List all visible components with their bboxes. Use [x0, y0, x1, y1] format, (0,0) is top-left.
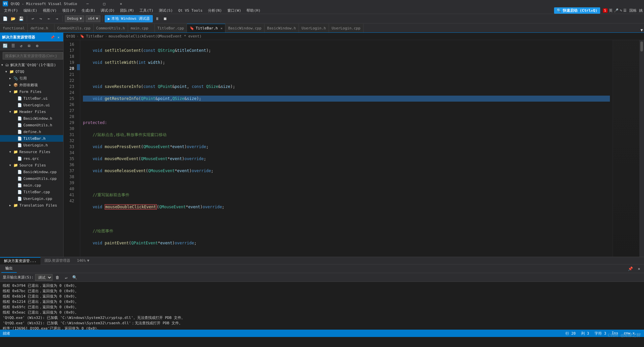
props-btn[interactable]: ⚙	[33, 42, 41, 49]
menu-tools[interactable]: 工具(T)	[137, 7, 156, 14]
redo-btn[interactable]: ↪	[37, 15, 44, 22]
minimap[interactable]	[613, 40, 639, 257]
tab-titlebar-h[interactable]: 🔖 TitleBar.h ✕	[187, 24, 225, 32]
tab-basicwindow-h[interactable]: BasicWindow.h	[264, 24, 299, 32]
tree-form-files[interactable]: ▼ 📁 Form Files	[0, 88, 63, 95]
menu-build[interactable]: 生成(B)	[79, 7, 98, 14]
expand-arrow: ▶	[9, 204, 13, 207]
refresh-btn[interactable]: ↺	[17, 42, 25, 49]
zoom-value: 146%	[77, 258, 86, 263]
menu-help[interactable]: 帮助(H)	[244, 7, 263, 14]
tab-userlogin-h[interactable]: UserLogin.h	[299, 24, 329, 32]
close-icon[interactable]: ✕	[220, 26, 222, 30]
tab-solution-explorer[interactable]: 解决方案资源管...	[0, 257, 40, 264]
tree-define-h[interactable]: ▶ 📄 define.h	[0, 128, 63, 135]
zoom-control[interactable]: 146% ▼	[77, 258, 89, 263]
tree-userlogin-ui[interactable]: ▶ 📄 UserLogin.ui	[0, 102, 63, 108]
collapse-btn[interactable]: ⊟	[25, 42, 33, 49]
tree-res-qrc[interactable]: ▶ 📄 res.qrc	[0, 155, 63, 162]
tree-main-cpp[interactable]: ▶ 📄 main.cpp	[0, 182, 63, 189]
config-dropdown[interactable]: Debug ▼	[65, 15, 84, 22]
search-bar[interactable]: 🔍 快速启动 (Ctrl+Q)	[554, 7, 600, 14]
menu-test[interactable]: 测试(S)	[156, 7, 176, 14]
tab-basicwindow-cpp[interactable]: BasicWindow.cpp	[225, 24, 264, 32]
breadcrumb-file: TitleBar	[86, 34, 104, 38]
tree-userlogin-cpp[interactable]: ▶ 📄 UserLogin.cpp	[0, 195, 63, 202]
undo-btn[interactable]: ↩	[29, 15, 36, 22]
tree-titlebar-h[interactable]: ▶ 📄 TitleBar.h	[0, 135, 63, 142]
window-controls[interactable]: ─ □ ✕	[80, 0, 129, 7]
tree-label: Source Files	[19, 163, 46, 167]
output-content[interactable]: 线程 0x3f94 已退出，返回值为 0 (0x0)。 线程 0x67bc 已退…	[0, 282, 644, 330]
menu-edit[interactable]: 编辑(E)	[21, 7, 40, 14]
clear-btn[interactable]: 🗑	[54, 274, 61, 281]
stop-btn[interactable]: ⏹	[162, 15, 169, 22]
tab-define-h[interactable]: define.h	[28, 24, 55, 32]
output-source-select[interactable]: 调试	[35, 274, 52, 281]
sync-btn[interactable]: 🔄	[1, 42, 9, 49]
tree-commonutils-cpp[interactable]: ▶ 📄 CommonUtils.cpp	[0, 175, 63, 182]
solution-search-input[interactable]	[3, 52, 63, 60]
pin-btn[interactable]: 📌	[627, 265, 634, 272]
tree-source-files[interactable]: ▼ 📁 Source Files	[0, 162, 63, 168]
tree-userlogin-h[interactable]: ▶ 📄 UserLogin.h	[0, 142, 63, 148]
panel-controls[interactable]: 📌 ✕	[627, 265, 643, 272]
tab-userlogin-cpp[interactable]: UserLogin.cpp	[329, 24, 363, 32]
quick-launch-label: 快速启动 (Ctrl+Q)	[563, 8, 598, 13]
tree-references[interactable]: ▶ 📎 引用	[0, 75, 63, 82]
find-btn[interactable]: 🔍	[71, 274, 79, 281]
tree-commonutils-h[interactable]: ▶ 📄 CommonUtils.h	[0, 122, 63, 128]
forward-btn[interactable]: →	[53, 15, 61, 22]
wrap-btn[interactable]: ↵	[63, 274, 70, 281]
tab-functional[interactable]: functional	[0, 24, 28, 32]
tree-header-files[interactable]: ▼ 📁 Header Files	[0, 108, 63, 115]
menu-debug[interactable]: 调试(D)	[98, 7, 117, 14]
panel-close-btn[interactable]: ✕	[56, 34, 61, 40]
menu-project[interactable]: 项目(P)	[60, 7, 79, 14]
filter-btn[interactable]: ☰	[9, 42, 17, 49]
output-tab-output[interactable]: 输出	[1, 265, 17, 273]
tree-solution[interactable]: ▼ 🗂 解决方案'QtQQ'(1个项目)	[0, 62, 63, 68]
editor-scrollbar[interactable]	[639, 40, 644, 257]
menu-team[interactable]: 团队(M)	[117, 7, 137, 14]
tree-titlebar-ui[interactable]: ▶ 📄 TitleBar.ui	[0, 95, 63, 102]
file-icon: 📄	[17, 123, 22, 127]
tab-team-explorer[interactable]: 团队资源管理器	[40, 257, 74, 264]
zoom-dropdown-icon: ▼	[87, 258, 89, 263]
tree-basicwindow-cpp[interactable]: ▶ 📄 BasicWindow.cpp	[0, 168, 63, 175]
restore-button[interactable]: □	[97, 0, 112, 7]
back-btn[interactable]: ←	[45, 15, 52, 22]
status-bar-right: 行 20 列 3 字符 3 Ins znw.x...	[565, 331, 641, 336]
tab-commonutils-cpp[interactable]: CommonUtils.cpp	[55, 24, 93, 32]
tree-external-deps[interactable]: ▶ 📦 外部依赖项	[0, 82, 63, 88]
start-debug-btn[interactable]: ▶ 本地 Windows 调试器	[105, 15, 153, 22]
menu-file[interactable]: 文件(F)	[1, 7, 21, 14]
open-btn[interactable]: 📂	[9, 15, 17, 22]
play-icon: ▶	[108, 16, 110, 21]
save-btn[interactable]: 💾	[17, 15, 25, 22]
platform-dropdown[interactable]: x64 ▼	[86, 15, 101, 22]
tab-titlebar-cpp[interactable]: TitleBar.cpp	[155, 24, 187, 32]
code-editor[interactable]: void setTitleContent(const QString&title…	[80, 40, 613, 257]
tree-qtqq[interactable]: ▼ 📁 QTQQ	[0, 68, 63, 75]
close-button[interactable]: ✕	[113, 0, 129, 7]
tree-label: TitleBar.cpp	[23, 190, 50, 194]
menu-window[interactable]: 窗口(W)	[225, 7, 244, 14]
tab-commonutils-h[interactable]: CommonUtils.h	[94, 24, 128, 32]
pause-btn[interactable]: ⏸	[153, 15, 161, 22]
menu-view[interactable]: 视图(V)	[40, 7, 60, 14]
menu-qtvs[interactable]: Qt VS Tools	[176, 8, 205, 13]
scrollbar-thumb[interactable]	[640, 41, 643, 51]
new-btn[interactable]: 📄	[1, 15, 9, 22]
panel-close-btn[interactable]: ✕	[635, 265, 643, 272]
menu-analyze[interactable]: 分析(N)	[205, 7, 225, 14]
minimize-button[interactable]: ─	[80, 0, 95, 7]
panel-controls[interactable]: 📌 ✕	[50, 34, 61, 40]
tree-basicwindow-h[interactable]: ▶ 📄 BasicWindow.h	[0, 115, 63, 122]
tab-main-cpp[interactable]: main.cpp	[128, 24, 155, 32]
tree-resource-files[interactable]: ▼ 📁 Resource Files	[0, 148, 63, 155]
panel-pin-btn[interactable]: 📌	[50, 34, 55, 40]
tab-overflow-btn[interactable]: ▼	[639, 28, 644, 32]
tree-titlebar-cpp[interactable]: ▶ 📄 TitleBar.cpp	[0, 189, 63, 195]
tree-translation-files[interactable]: ▶ 📁 Translation Files	[0, 202, 63, 209]
